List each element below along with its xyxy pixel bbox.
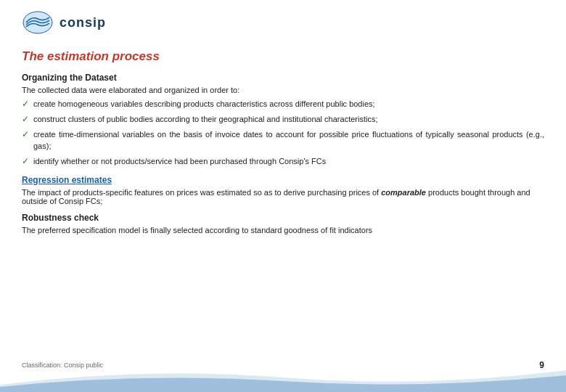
classification-label: Classification: Consip public — [22, 362, 103, 369]
bullet-item-2: ✓ construct clusters of public bodies ac… — [22, 114, 544, 126]
header: consip — [0, 0, 566, 42]
logo-container: consip — [22, 10, 106, 35]
robustness-text: The preferred specification model is fin… — [22, 226, 544, 234]
page-number: 9 — [539, 360, 544, 370]
bullet-item-3: ✓ create time-dimensional variables on t… — [22, 129, 544, 152]
bullet-text-3: create time-dimensional variables on the… — [33, 129, 544, 152]
bullet-text-1: create homogeneous variables describing … — [33, 99, 544, 110]
dataset-intro: The collected data were elaborated and o… — [22, 86, 544, 94]
slide-title: The estimation process — [22, 49, 544, 64]
regression-text: The impact of products-specific features… — [22, 188, 544, 205]
dataset-section: Organizing the Dataset The collected dat… — [22, 73, 544, 168]
dataset-bullets: ✓ create homogeneous variables describin… — [22, 99, 544, 168]
robustness-section: Robustness check The preferred specifica… — [22, 213, 544, 234]
consip-logo-icon — [22, 10, 54, 35]
checkmark-icon-2: ✓ — [22, 114, 29, 124]
checkmark-icon-4: ✓ — [22, 156, 29, 166]
robustness-heading: Robustness check — [22, 213, 544, 223]
main-content: The estimation process Organizing the Da… — [0, 42, 566, 249]
regression-heading: Regression estimates — [22, 175, 544, 185]
comparable-text: comparable — [381, 188, 426, 197]
bullet-item-4: ✓ identify whether or not products/servi… — [22, 156, 544, 168]
regression-link[interactable]: Regression estimates — [22, 175, 112, 185]
regression-section: Regression estimates The impact of produ… — [22, 175, 544, 205]
bullet-text-2: construct clusters of public bodies acco… — [33, 114, 544, 126]
svg-point-0 — [23, 12, 52, 33]
bullet-text-4: identify whether or not products/service… — [33, 156, 544, 168]
bullet-item-1: ✓ create homogeneous variables describin… — [22, 99, 544, 110]
checkmark-icon-1: ✓ — [22, 99, 29, 109]
dataset-heading: Organizing the Dataset — [22, 73, 544, 83]
logo-text: consip — [60, 15, 106, 30]
checkmark-icon-3: ✓ — [22, 129, 29, 139]
